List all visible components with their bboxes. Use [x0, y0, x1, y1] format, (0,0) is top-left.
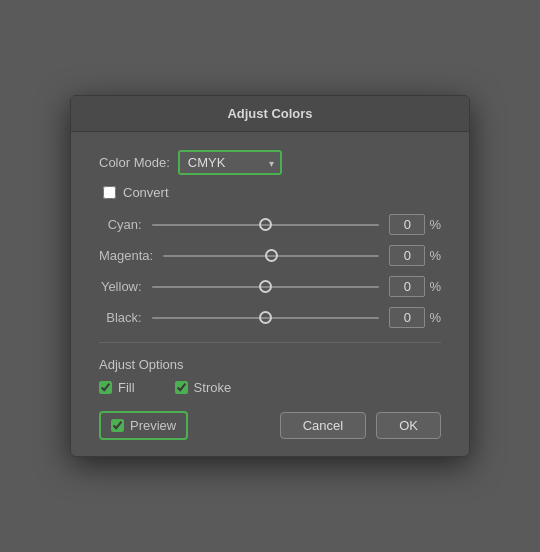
ok-button[interactable]: OK	[376, 412, 441, 439]
dialog-title: Adjust Colors	[71, 96, 469, 132]
fill-checkbox-item: Fill	[99, 380, 135, 395]
magenta-value-input[interactable]	[389, 245, 425, 266]
convert-label[interactable]: Convert	[123, 185, 169, 200]
yellow-value-input[interactable]	[389, 276, 425, 297]
fill-checkbox[interactable]	[99, 381, 112, 394]
adjust-colors-dialog: Adjust Colors Color Mode: CMYK RGB Grays…	[70, 95, 470, 457]
magenta-slider[interactable]	[163, 255, 379, 257]
black-label: Black:	[99, 310, 142, 325]
cyan-value-input[interactable]	[389, 214, 425, 235]
stroke-checkbox[interactable]	[175, 381, 188, 394]
black-percent: %	[429, 310, 441, 325]
stroke-checkbox-item: Stroke	[175, 380, 232, 395]
convert-checkbox[interactable]	[103, 186, 116, 199]
adjust-options-row: Fill Stroke	[99, 380, 441, 395]
yellow-percent: %	[429, 279, 441, 294]
cyan-slider-row: Cyan: %	[99, 214, 441, 235]
divider	[99, 342, 441, 343]
yellow-slider-row: Yellow: %	[99, 276, 441, 297]
yellow-slider[interactable]	[152, 286, 380, 288]
magenta-slider-row: Magenta: %	[99, 245, 441, 266]
color-mode-row: Color Mode: CMYK RGB Grayscale HSB ▾	[99, 150, 441, 175]
preview-label[interactable]: Preview	[130, 418, 176, 433]
color-mode-select[interactable]: CMYK RGB Grayscale HSB	[180, 152, 280, 173]
color-mode-label: Color Mode:	[99, 155, 170, 170]
fill-label[interactable]: Fill	[118, 380, 135, 395]
preview-checkbox[interactable]	[111, 419, 124, 432]
button-row: Preview Cancel OK	[99, 411, 441, 440]
color-mode-select-wrapper[interactable]: CMYK RGB Grayscale HSB ▾	[178, 150, 282, 175]
black-slider-row: Black: %	[99, 307, 441, 328]
cyan-label: Cyan:	[99, 217, 142, 232]
convert-row: Convert	[103, 185, 441, 200]
adjust-options-label: Adjust Options	[99, 357, 441, 372]
yellow-label: Yellow:	[99, 279, 142, 294]
cancel-button[interactable]: Cancel	[280, 412, 366, 439]
black-value-input[interactable]	[389, 307, 425, 328]
magenta-percent: %	[429, 248, 441, 263]
dialog-body: Color Mode: CMYK RGB Grayscale HSB ▾ Con…	[71, 132, 469, 456]
stroke-label[interactable]: Stroke	[194, 380, 232, 395]
magenta-label: Magenta:	[99, 248, 153, 263]
cyan-percent: %	[429, 217, 441, 232]
black-slider[interactable]	[152, 317, 380, 319]
preview-button[interactable]: Preview	[99, 411, 188, 440]
cyan-slider[interactable]	[152, 224, 380, 226]
